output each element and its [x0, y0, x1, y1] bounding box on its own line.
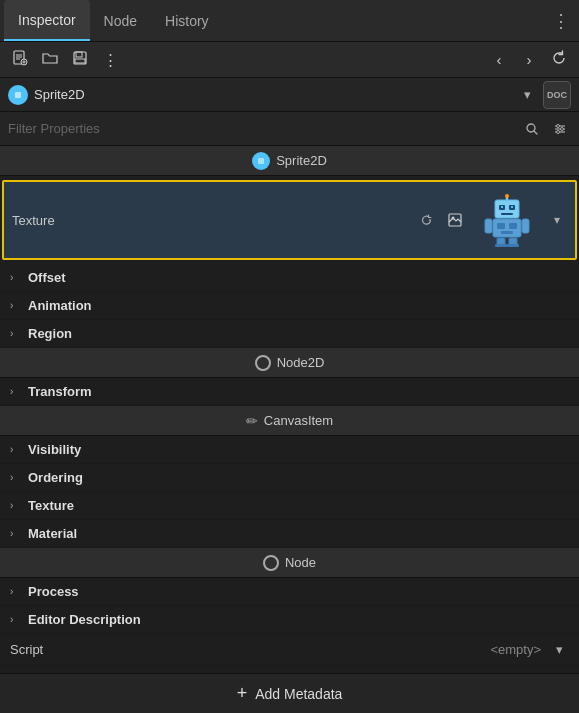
transform-label: Transform [28, 384, 92, 399]
animation-chevron: › [10, 300, 22, 311]
node-doc-button[interactable]: DOC [543, 81, 571, 109]
svg-rect-29 [501, 213, 513, 215]
node-section-icon [263, 555, 279, 571]
transform-chevron: › [10, 386, 22, 397]
material-chevron: › [10, 528, 22, 539]
script-value: <empty> [490, 642, 541, 657]
sprite2d-section-icon [252, 152, 270, 170]
texture-dropdown-button[interactable]: ▾ [547, 210, 567, 230]
svg-rect-9 [75, 59, 85, 63]
texture-ci-label: Texture [28, 498, 74, 513]
region-property-row[interactable]: › Region [0, 320, 579, 348]
texture-actions [415, 208, 467, 232]
script-label: Script [10, 642, 482, 657]
region-label: Region [28, 326, 72, 341]
node2d-section-label: Node2D [277, 355, 325, 370]
filter-input[interactable] [8, 121, 515, 136]
svg-point-18 [561, 127, 564, 130]
sprite2d-section-header: Sprite2D [0, 146, 579, 176]
sprite2d-section-label: Sprite2D [276, 153, 327, 168]
texture-property-row: Texture [2, 180, 577, 260]
chevron-left-icon: ‹ [497, 51, 502, 68]
visibility-label: Visibility [28, 442, 81, 457]
svg-rect-33 [497, 223, 505, 229]
script-dropdown-button[interactable]: ▾ [549, 640, 569, 660]
canvasitem-section-label: CanvasItem [264, 413, 333, 428]
node2d-section-header: Node2D [0, 348, 579, 378]
material-property-row[interactable]: › Material [0, 520, 579, 548]
svg-rect-37 [522, 219, 529, 233]
transform-property-row[interactable]: › Transform [0, 378, 579, 406]
toolbar: ⋮ ‹ › [0, 42, 579, 78]
save-button[interactable] [66, 46, 94, 74]
chevron-right-icon: › [527, 51, 532, 68]
svg-rect-27 [501, 206, 503, 208]
visibility-property-row[interactable]: › Visibility [0, 436, 579, 464]
svg-rect-41 [507, 244, 519, 247]
ordering-label: Ordering [28, 470, 83, 485]
forward-button[interactable]: › [515, 46, 543, 74]
texture-reset-button[interactable] [415, 209, 437, 231]
add-metadata-bar[interactable]: + Add Metadata [0, 673, 579, 713]
plus-icon: + [237, 683, 248, 704]
offset-chevron: › [10, 272, 22, 283]
process-chevron: › [10, 586, 22, 597]
material-label: Material [28, 526, 77, 541]
animation-label: Animation [28, 298, 92, 313]
vertical-dots-icon: ⋮ [103, 51, 118, 69]
texture-ci-property-row[interactable]: › Texture [0, 492, 579, 520]
editor-description-chevron: › [10, 614, 22, 625]
svg-point-31 [505, 194, 509, 198]
offset-property-row[interactable]: › Offset [0, 264, 579, 292]
tab-menu-button[interactable]: ⋮ [547, 7, 575, 35]
svg-point-17 [557, 124, 560, 127]
pencil-icon: ✏ [246, 413, 258, 429]
sprite2d-node-icon [8, 85, 28, 105]
tab-inspector[interactable]: Inspector [4, 0, 90, 41]
tab-bar: Inspector Node History ⋮ [0, 0, 579, 42]
node-selector-dropdown[interactable]: ▾ [517, 85, 537, 105]
process-property-row[interactable]: › Process [0, 578, 579, 606]
folder-icon [42, 50, 58, 69]
new-file-button[interactable] [6, 46, 34, 74]
back-button[interactable]: ‹ [485, 46, 513, 74]
svg-rect-35 [501, 231, 513, 234]
svg-rect-34 [509, 223, 517, 229]
process-label: Process [28, 584, 79, 599]
node-selector: Sprite2D ▾ DOC [0, 78, 579, 112]
svg-rect-36 [485, 219, 492, 233]
properties-scroll-area[interactable]: Sprite2D Texture [0, 146, 579, 673]
main-content: ⋮ ‹ › Sprite2D ▾ DOC [0, 42, 579, 713]
filter-settings-icon[interactable] [549, 118, 571, 140]
texture-file-button[interactable] [443, 208, 467, 232]
region-chevron: › [10, 328, 22, 339]
animation-property-row[interactable]: › Animation [0, 292, 579, 320]
svg-rect-40 [495, 244, 507, 247]
search-icon[interactable] [521, 118, 543, 140]
new-file-icon [12, 50, 28, 69]
ordering-chevron: › [10, 472, 22, 483]
svg-rect-11 [15, 92, 21, 98]
more-options-button[interactable]: ⋮ [96, 46, 124, 74]
svg-rect-21 [258, 158, 264, 164]
history-button[interactable] [545, 46, 573, 74]
svg-rect-28 [511, 206, 513, 208]
editor-description-property-row[interactable]: › Editor Description [0, 606, 579, 634]
open-file-button[interactable] [36, 46, 64, 74]
editor-description-label: Editor Description [28, 612, 141, 627]
ordering-property-row[interactable]: › Ordering [0, 464, 579, 492]
node2d-section-icon [255, 355, 271, 371]
sprite-preview [475, 188, 539, 252]
tab-history[interactable]: History [151, 0, 223, 41]
refresh-icon [551, 50, 567, 69]
node-section-label: Node [285, 555, 316, 570]
node-name-label: Sprite2D [34, 87, 511, 102]
svg-rect-24 [495, 200, 519, 218]
canvasitem-section-header: ✏ CanvasItem [0, 406, 579, 436]
texture-ci-chevron: › [10, 500, 22, 511]
visibility-chevron: › [10, 444, 22, 455]
tab-node[interactable]: Node [90, 0, 151, 41]
node-section-header: Node [0, 548, 579, 578]
svg-point-19 [557, 130, 560, 133]
script-row: Script <empty> ▾ [0, 634, 579, 666]
